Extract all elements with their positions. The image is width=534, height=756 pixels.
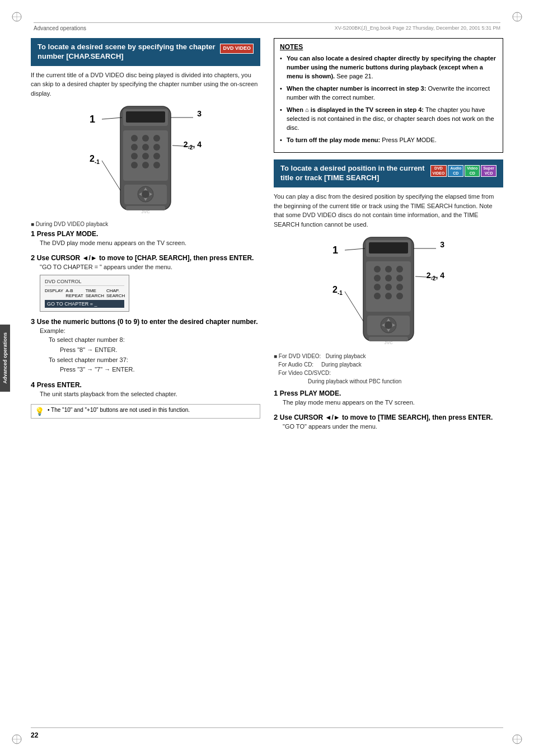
remote-step-1-left: 1 [90,114,95,125]
svg-point-55 [385,293,392,299]
svg-point-17 [142,135,149,142]
svg-text:JVC: JVC [384,340,393,345]
svg-text:JVC: JVC [141,209,150,214]
step-2-block: 2 Use CURSOR ◄/► to move to [CHAP. SEARC… [31,253,260,312]
file-info: XV-S200BK(J)_Eng.book Page 22 Thursday, … [335,25,500,31]
badge-audio: AudioCD [448,165,463,177]
step-3-number: 3 [31,317,37,326]
svg-point-25 [131,162,138,168]
svg-point-48 [374,275,381,281]
badge-video: VideoCD [465,165,480,177]
step-1-text: Press PLAY MODE. [37,230,98,238]
svg-point-46 [385,266,392,273]
remote-step-3-left: 3 [197,109,202,118]
step2-1-text: Press PLAY MODE. [280,389,341,397]
right-column: NOTES You can also locate a desired chap… [274,38,503,436]
left-intro: If the current title of a DVD VIDEO disc… [31,71,260,98]
step-4-text: Press ENTER. [37,381,82,389]
page-header: Advanced operations XV-S200BK(J)_Eng.boo… [34,22,500,31]
step-2-text: Use CURSOR ◄/► to move to [CHAP. SEARCH]… [37,254,254,262]
dvd-section-label: During DVD VIDEO playback [31,221,260,227]
svg-point-23 [142,153,149,159]
remote-step-22-4-left: 2-2, 4 [184,140,202,151]
step2-2-block: 2 Use CURSOR ◄/► to move to [TIME SEARCH… [274,413,503,431]
step-3-text: Use the numeric buttons (0 to 9) to ente… [37,318,258,326]
left-section-title: To locate a desired scene by specifying … [38,43,217,62]
screen-go-to-chapter: GO TO CHAPTER = _ [45,300,124,308]
left-column: To locate a desired scene by specifying … [31,38,260,436]
screen-mockup: DVD CONTROL DISPLAY A-B REPEAT TIME SEAR… [40,275,129,312]
step-3-detail: Example: To select chapter number 8: Pre… [40,327,260,375]
step2-2-detail: "GO TO" appears under the menu. [283,422,503,431]
step-4-detail: The unit starts playback from the select… [40,390,260,398]
corner-mark-br [512,734,523,745]
example-block: To select chapter number 8: Press "8" → … [49,335,260,374]
svg-point-27 [153,162,160,168]
step-1-number: 1 [31,229,37,238]
svg-point-22 [131,153,138,159]
svg-point-16 [131,135,138,142]
svg-rect-14 [126,111,165,123]
right-intro: You can play a disc from the desired pos… [274,192,503,229]
svg-point-63 [385,321,392,329]
corner-mark-tr [512,11,523,22]
playback-info: ■ For DVD VIDEO: During playback For Aud… [274,352,503,386]
svg-point-47 [396,266,403,273]
step-3-block: 3 Use the numeric buttons (0 to 9) to en… [31,317,260,375]
remote-illustration-right: JVC 1 2-1 2-2, 4 3 [332,234,444,346]
dvd-video-badge: DVD VIDEO [220,44,254,54]
svg-point-21 [153,144,160,151]
svg-point-20 [142,144,149,151]
hints-icon: 💡 [35,407,44,416]
side-tab: Advanced operations [0,325,10,392]
page-number: 22 [31,731,38,739]
step-4-block: 4 Press ENTER. The unit starts playback … [31,381,260,398]
svg-point-50 [396,275,403,281]
corner-mark-bl [11,734,22,745]
remote-step-1-right: 1 [332,245,338,256]
step-2-number: 2 [31,253,37,262]
left-section-header: To locate a desired scene by specifying … [31,38,260,66]
note-3: When ⌂ is displayed in the TV screen in … [280,106,497,133]
notes-title: NOTES [280,43,497,51]
screen-row-menu: DVD CONTROL [45,279,124,286]
hints-text: • The "10" and "+10" buttons are not use… [48,407,190,413]
side-tab-text: Advanced operations [2,332,8,384]
svg-point-19 [131,144,138,151]
header-text: Advanced operations [34,25,86,31]
step2-1-detail: The play mode menu appears on the TV scr… [283,398,503,407]
svg-point-34 [142,190,149,198]
notes-section: NOTES You can also locate a desired chap… [274,38,503,153]
note-1: You can also locate a desired chapter di… [280,54,497,81]
step-1-block: 1 Press PLAY MODE. The DVD play mode men… [31,229,260,247]
step2-1-block: 1 Press PLAY MODE. The play mode menu ap… [274,389,503,407]
corner-mark-tl [11,11,22,22]
step-4-number: 4 [31,381,37,389]
page-footer [31,727,503,728]
remote-step-2-1-right: 2-1 [332,285,343,296]
note-4: To turn off the play mode menu: Press PL… [280,136,497,145]
screen-menu-items: DISPLAY A-B REPEAT TIME SEARCH CHAP. SEA… [45,288,124,298]
badge-dvd: DVDVIDEO [430,165,447,177]
note-2: When the chapter number is incorrect in … [280,84,497,102]
remote-step-3-right: 3 [440,240,444,249]
remote-step-2-1-left: 2-1 [90,154,100,165]
step-2-detail: "GO TO CHAPTER = " appears under the men… [40,263,260,271]
svg-point-18 [153,135,160,142]
right-section-title: To locate a desired position in the curr… [280,164,427,183]
hints-block: 💡 • The "10" and "+10" buttons are not u… [31,404,260,419]
right-section-header: To locate a desired position in the curr… [274,159,503,187]
svg-point-45 [374,266,381,273]
svg-point-56 [396,293,403,299]
svg-point-52 [385,284,392,290]
step2-2-number: 2 [274,413,280,421]
svg-rect-43 [369,242,408,253]
step2-2-text: Use CURSOR ◄/► to move to [TIME SEARCH],… [280,414,493,421]
remote-illustration-left: JVC 1 2-1 2-2, 4 3 [90,104,202,215]
step2-1-number: 1 [274,389,280,397]
step-1-detail: The DVD play mode menu appears on the TV… [40,239,260,247]
format-badges: DVDVIDEO AudioCD VideoCD SuperVCD [430,165,496,177]
badge-super: SuperVCD [481,165,496,177]
svg-point-53 [396,284,403,290]
svg-point-51 [374,284,381,290]
